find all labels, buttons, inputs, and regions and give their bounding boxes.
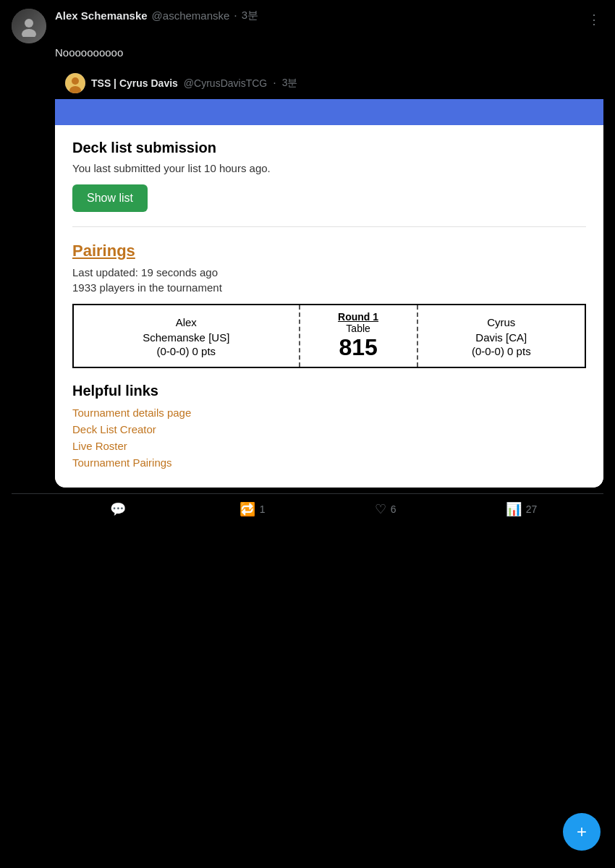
show-list-button[interactable]: Show list bbox=[72, 184, 148, 212]
player2-name: CyrusDavis [CA] bbox=[428, 315, 574, 345]
avatar[interactable] bbox=[12, 9, 46, 43]
link-deck-list-creator[interactable]: Deck List Creator bbox=[72, 423, 586, 435]
link-tournament-pairings[interactable]: Tournament Pairings bbox=[72, 456, 586, 469]
retweet-action[interactable]: 🔁 1 bbox=[239, 501, 266, 517]
player2-cell: CyrusDavis [CA] (0-0-0) 0 pts bbox=[417, 305, 585, 367]
table-number: 815 bbox=[308, 334, 410, 361]
views-action[interactable]: 📊 27 bbox=[506, 501, 538, 517]
deck-section: Deck list submission You last submitted … bbox=[72, 140, 586, 212]
heart-icon: ♡ bbox=[375, 501, 386, 517]
quote-author-handle[interactable]: @CyrusDavisTCG bbox=[184, 77, 267, 89]
helpful-links-title: Helpful links bbox=[72, 383, 586, 399]
quote-time: 3분 bbox=[282, 77, 298, 90]
compose-icon: + bbox=[577, 822, 587, 842]
table-row: AlexSchemanske [US] (0-0-0) 0 pts Round … bbox=[74, 305, 585, 367]
helpful-links-section: Helpful links Tournament details page De… bbox=[72, 383, 586, 469]
more-options-icon[interactable]: ⋮ bbox=[585, 9, 603, 30]
blue-banner bbox=[55, 99, 603, 125]
quote-separator: · bbox=[273, 77, 276, 90]
comment-icon: 💬 bbox=[110, 501, 126, 517]
pairings-table-wrapper: AlexSchemanske [US] (0-0-0) 0 pts Round … bbox=[72, 304, 586, 368]
link-tournament-details[interactable]: Tournament details page bbox=[72, 407, 586, 419]
bar-chart-icon: 📊 bbox=[506, 501, 522, 517]
retweet-count: 1 bbox=[260, 503, 266, 515]
avatar-image bbox=[12, 9, 46, 43]
pairings-table: AlexSchemanske [US] (0-0-0) 0 pts Round … bbox=[74, 305, 585, 367]
round-label: Round 1 bbox=[308, 311, 410, 323]
tweet-text: Noooooooooo bbox=[12, 46, 603, 59]
svg-point-3 bbox=[72, 77, 79, 85]
author-line: Alex Schemanske @aschemanske · 3분 bbox=[55, 9, 576, 22]
player1-name: AlexSchemanske [US] bbox=[84, 315, 289, 345]
tweet-container: Alex Schemanske @aschemanske · 3분 ⋮ Nooo… bbox=[0, 0, 615, 524]
quote-card: TSS | Cyrus Davis @CyrusDavisTCG · 3분 De… bbox=[55, 66, 603, 488]
quote-header: TSS | Cyrus Davis @CyrusDavisTCG · 3분 bbox=[55, 66, 603, 99]
tweet-header: Alex Schemanske @aschemanske · 3분 ⋮ bbox=[12, 9, 603, 43]
last-updated: Last updated: 19 seconds ago bbox=[72, 266, 586, 278]
svg-point-0 bbox=[25, 19, 33, 27]
author-name[interactable]: Alex Schemanske bbox=[55, 9, 148, 22]
retweet-icon: 🔁 bbox=[239, 501, 255, 517]
embedded-content: Deck list submission You last submitted … bbox=[55, 99, 603, 488]
tweet-time: 3분 bbox=[242, 9, 258, 22]
player2-record: (0-0-0) 0 pts bbox=[428, 345, 574, 357]
like-action[interactable]: ♡ 6 bbox=[375, 501, 396, 517]
deck-section-description: You last submitted your list 10 hours ag… bbox=[72, 162, 586, 174]
view-count: 27 bbox=[526, 503, 538, 515]
svg-point-1 bbox=[22, 29, 36, 37]
table-label: Table bbox=[308, 323, 410, 334]
link-live-roster[interactable]: Live Roster bbox=[72, 440, 586, 452]
players-count: 1933 players in the tournament bbox=[72, 281, 586, 294]
like-count: 6 bbox=[391, 503, 396, 515]
author-handle[interactable]: @aschemanske bbox=[152, 9, 230, 22]
comment-action[interactable]: 💬 bbox=[110, 501, 130, 517]
section-divider bbox=[72, 226, 586, 227]
pairings-section: Pairings Last updated: 19 seconds ago 19… bbox=[72, 242, 586, 368]
deck-section-title: Deck list submission bbox=[72, 140, 586, 156]
middle-cell: Round 1 Table 815 bbox=[300, 305, 417, 367]
compose-fab-button[interactable]: + bbox=[563, 813, 601, 851]
separator: · bbox=[234, 9, 237, 22]
quote-avatar[interactable] bbox=[65, 73, 85, 93]
player1-cell: AlexSchemanske [US] (0-0-0) 0 pts bbox=[74, 305, 300, 367]
quote-author-name[interactable]: TSS | Cyrus Davis bbox=[91, 77, 178, 89]
content-body: Deck list submission You last submitted … bbox=[55, 125, 603, 488]
pairings-title[interactable]: Pairings bbox=[72, 242, 135, 260]
action-bar: 💬 🔁 1 ♡ 6 📊 27 bbox=[12, 493, 603, 524]
player1-record: (0-0-0) 0 pts bbox=[84, 345, 289, 357]
tweet-meta: Alex Schemanske @aschemanske · 3분 bbox=[55, 9, 576, 22]
